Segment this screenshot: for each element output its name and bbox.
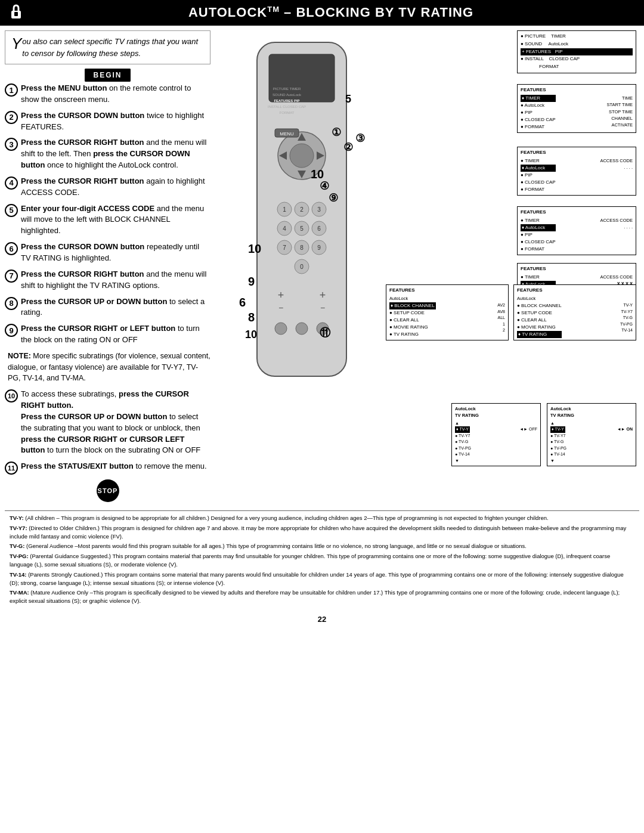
svg-text:−: − (278, 303, 283, 312)
step-label-8: 8 (248, 311, 255, 324)
step-text-11: Press the STATUS/EXIT button to remove t… (21, 461, 207, 472)
remote-control-svg: MENU 1 2 3 4 5 6 7 8 (233, 36, 370, 406)
step-2: 2 Press the CURSOR DOWN button twice to … (5, 110, 210, 133)
step-text-4: Press the CURSOR RIGHT button again to h… (21, 176, 210, 199)
svg-text:5: 5 (300, 225, 304, 232)
step-num-1: 1 (5, 83, 18, 97)
tv-rating-on-screen: AutoLock TV RATING ▲ ♦ TV-Y ◄► ON ● TV-Y… (547, 403, 636, 466)
step-text-8: Press the CURSOR UP or DOWN button to se… (21, 296, 210, 319)
begin-badge: BEGIN (5, 70, 210, 79)
step-num-10: 10 (5, 389, 18, 402)
step-label-1: ① (332, 126, 341, 139)
step-11: 11 Press the STATUS/EXIT button to remov… (5, 461, 210, 475)
svg-text:6: 6 (317, 225, 321, 232)
rating-tv-y7: TV-Y7: (Directed to Older Children.) Thi… (10, 524, 634, 541)
step-10: 10 To access these subratings, press the… (5, 389, 210, 456)
svg-text:+: + (278, 289, 284, 301)
remote-drawing-area: MENU 1 2 3 4 5 6 7 8 (215, 30, 639, 400)
drop-cap-Y: Y (11, 36, 21, 51)
svg-text:INSTALL CLOSED CAP: INSTALL CLOSED CAP (268, 105, 306, 109)
tv-rating-screens: AutoLock TV RATING ▲ ♦ TV-Y ◄► OFF ● TV-… (215, 403, 639, 466)
step-num-7: 7 (5, 270, 18, 283)
menu-screen-4: FEATURES ● TIMER ♦ AutoLock ● PIP ● CLOS… (517, 206, 636, 255)
step-num-4: 4 (5, 176, 18, 190)
begin-label: BEGIN (85, 69, 130, 82)
svg-text:SOUND AutoLock: SOUND AutoLock (273, 93, 302, 97)
page-number: 22 (0, 615, 644, 624)
step-num-2: 2 (5, 111, 18, 124)
intro-text: ou also can select specific TV ratings t… (22, 37, 198, 58)
svg-text:−: − (320, 303, 325, 312)
step-8: 8 Press the CURSOR UP or DOWN button to … (5, 296, 210, 319)
step-text-3: Press the CURSOR RIGHT button and the me… (21, 137, 210, 171)
rating-tv-g: TV-G: (General Audience –Most parents wo… (10, 542, 634, 550)
svg-text:4: 4 (283, 225, 286, 232)
step-label-10b: 10 (248, 242, 261, 256)
svg-text:1: 1 (283, 206, 286, 213)
step-5: 5 Enter your four-digit ACCESS CODE and … (5, 203, 210, 237)
svg-point-37 (296, 323, 308, 335)
step-label-3: ③ (355, 132, 365, 145)
step-label-9b: 9 (248, 275, 255, 289)
step-1: 1 Press the MENU button on the remote co… (5, 83, 210, 106)
step-label-5: 5 (345, 93, 351, 106)
stop-label: STOP (97, 479, 119, 502)
rating-tv-pg: TV-PG: (Parental Guidance Suggested.) Th… (10, 552, 634, 569)
stop-badge: STOP (5, 479, 210, 502)
menu-screen-2: FEATURES ♦ TIMER ● AutoLock ● PIP ● CLOS… (517, 84, 636, 133)
step-num-3: 3 (5, 138, 18, 151)
svg-text:0: 0 (300, 264, 304, 270)
svg-text:+: + (320, 289, 326, 301)
note-box: NOTE: More specific subratings (for viol… (8, 351, 210, 384)
step-label-11: ⑪ (320, 326, 330, 340)
step-9: 9 Press the CURSOR RIGHT or LEFT button … (5, 323, 210, 346)
step-label-6: 6 (239, 296, 246, 309)
step-label-9: ⑨ (329, 191, 338, 205)
step-num-6: 6 (5, 242, 18, 255)
step-num-5: 5 (5, 204, 18, 217)
tv-rating-off-screen: AutoLock TV RATING ▲ ♦ TV-Y ◄► OFF ● TV-… (451, 403, 541, 466)
step-label-10c: 10 (245, 329, 257, 341)
step-4: 4 Press the CURSOR RIGHT button again to… (5, 176, 210, 199)
svg-text:MENU: MENU (280, 131, 294, 137)
svg-text:7: 7 (283, 244, 286, 251)
svg-point-5 (290, 144, 314, 168)
svg-text:FORMAT: FORMAT (280, 111, 295, 114)
svg-text:2: 2 (300, 206, 304, 213)
svg-text:PICTURE TIMER: PICTURE TIMER (273, 87, 301, 91)
step-text-5: Enter your four-digit ACCESS CODE and th… (21, 203, 210, 237)
step-text-10: To access these subratings, press the CU… (21, 389, 210, 456)
step-text-7: Press the CURSOR RIGHT button and the me… (21, 269, 210, 292)
step-num-11: 11 (5, 462, 18, 475)
page-header: AUTOLOCKTM – BLOCKING BY TV RATING (0, 0, 644, 26)
tm-symbol: TM (267, 5, 280, 14)
svg-text:FEATURES PIP: FEATURES PIP (274, 99, 299, 103)
rating-tv-y: TV-Y: (All children – This program is de… (10, 514, 634, 522)
svg-rect-1 (14, 12, 18, 16)
note-text: NOTE: More specific subratings (for viol… (8, 352, 210, 383)
step-label-4: ④ (320, 179, 329, 193)
instructions-column: Y ou also can select specific TV ratings… (5, 30, 210, 506)
step-text-6: Press the CURSOR DOWN button repeatedly … (21, 241, 210, 264)
step-7: 7 Press the CURSOR RIGHT button and the … (5, 269, 210, 292)
step-num-8: 8 (5, 297, 18, 310)
step-text-1: Press the MENU button on the remote cont… (21, 83, 210, 106)
page-title: AUTOLOCKTM – BLOCKING BY TV RATING (27, 5, 635, 20)
ratings-descriptions: TV-Y: (All children – This program is de… (5, 510, 639, 610)
svg-text:3: 3 (317, 206, 321, 213)
step-6: 6 Press the CURSOR DOWN button repeatedl… (5, 241, 210, 264)
step-text-2: Press the CURSOR DOWN button twice to hi… (21, 110, 210, 133)
intro-box: Y ou also can select specific TV ratings… (5, 30, 210, 64)
svg-point-36 (275, 323, 287, 335)
lock-icon (9, 4, 23, 20)
step-num-9: 9 (5, 324, 18, 337)
menu-screen-1: ● PICTURE TIMER ● SOUND AutoLock + FEATU… (517, 30, 636, 73)
rating-tv-ma: TV-MA: (Mature Audience Only –This progr… (10, 589, 634, 605)
menu-screen-3: FEATURES ● TIMER ♦ AutoLock ● PIP ● CLOS… (517, 147, 636, 196)
svg-text:9: 9 (317, 244, 321, 251)
rating-tv-14: TV-14: (Parents Strongly Cautioned.) Thi… (10, 571, 634, 587)
step-text-9: Press the CURSOR RIGHT or LEFT button to… (21, 323, 210, 346)
visuals-column: MENU 1 2 3 4 5 6 7 8 (215, 30, 639, 506)
autolock-screens-row: FEATURES AutoLock ♦ BLOCK CHANNEL ● SETU… (386, 284, 636, 340)
svg-text:8: 8 (300, 244, 304, 251)
